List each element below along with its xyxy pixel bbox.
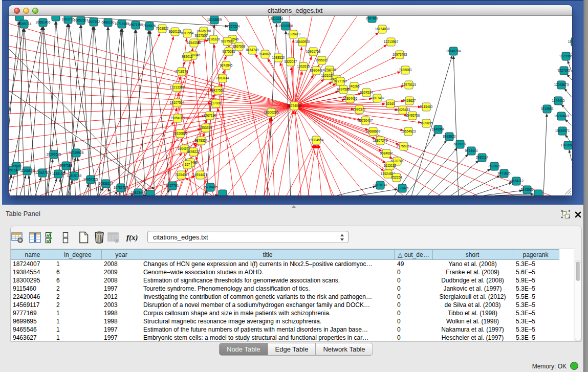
edge[interactable] [411,56,452,195]
node[interactable]: 9115460 [420,103,433,111]
node[interactable]: 17957255 [83,176,98,184]
cell[interactable]: 0 [395,309,433,317]
select-all-icon[interactable] [45,231,56,244]
network-canvas[interactable]: 7663822866012889129541522605893275051654… [9,16,572,195]
delete-table-icon[interactable] [107,231,119,244]
node[interactable]: 10719185 [115,20,129,28]
node[interactable]: 9463627 [403,97,416,105]
cell[interactable]: 6 [54,268,102,276]
cell[interactable]: 18300295 [11,276,54,285]
cell[interactable]: 1997 [102,285,141,293]
edge[interactable] [294,72,302,106]
edge[interactable] [227,106,294,195]
node[interactable] [534,190,542,195]
cell[interactable]: 2008 [102,260,141,268]
edge[interactable] [9,106,294,152]
cell[interactable]: 19384554 [11,268,54,276]
memory-status-indicator[interactable] [570,362,578,370]
node[interactable]: 8938923 [443,133,456,141]
table-row[interactable]: 1456911722003Disruption of a novel membe… [11,301,574,309]
edge[interactable] [67,27,93,195]
cell[interactable]: 5.3E–5 [512,334,559,342]
cell[interactable]: Wolkin et al. (1998) [433,317,512,325]
edge[interactable] [119,29,122,195]
cell[interactable]: 1 [54,317,102,325]
splitter-handle-icon[interactable] [292,205,296,208]
node[interactable]: 15692971 [555,127,570,135]
edge[interactable] [278,111,293,195]
node[interactable]: 16210643 [554,112,569,120]
edge[interactable] [359,189,398,196]
cell[interactable]: Franke et al. (2009) [433,268,512,276]
node[interactable]: 8912954 [181,29,194,37]
node[interactable]: 9624534 [360,89,373,97]
cell[interactable]: Estimation of significance thresholds fo… [141,276,395,285]
tab-network-table[interactable]: Network Table [316,343,372,355]
edge[interactable] [69,24,98,195]
node[interactable]: 5322037 [285,58,297,66]
node[interactable]: 7663822 [156,25,169,33]
cell[interactable]: 1998 [102,317,141,325]
node[interactable]: 6679197 [454,140,467,148]
node[interactable]: 19654923 [401,127,416,136]
cell[interactable]: 0 [395,317,433,325]
table-row[interactable]: 1872400712008Changes of HCN gene express… [11,260,574,268]
column-header-name[interactable]: name [11,249,54,260]
cell[interactable]: 2 [54,301,102,309]
node[interactable]: 19756923 [397,142,411,150]
cell[interactable]: 5.3E–5 [512,309,559,317]
cell[interactable]: 9465546 [11,325,54,334]
cell[interactable]: Stergiakouli et al. (2012) [433,293,512,301]
node[interactable]: 62160 [386,100,395,108]
cell[interactable]: 2 [54,293,102,301]
function-builder-icon[interactable]: f(x) [126,233,138,242]
node[interactable]: 8454749 [246,46,259,54]
node[interactable]: 16033809 [207,16,222,24]
cell[interactable]: 9115460 [11,285,54,293]
table-row[interactable]: 946362711997Embryonic stem cells: a mode… [11,334,574,342]
node[interactable]: 6466160 [102,18,115,27]
cell[interactable]: 5.3E–5 [512,301,559,309]
select-columns-icon[interactable] [29,231,41,244]
column-header-indegree[interactable]: in_degree [54,249,102,260]
cell[interactable]: 0 [395,285,433,293]
table-row[interactable]: 946554611997Estimation of the future num… [11,325,574,334]
cell[interactable]: 2003 [102,301,141,309]
node[interactable]: 20206515 [47,150,61,159]
node[interactable]: 117006 [211,99,222,107]
node[interactable]: 14136141 [373,181,388,189]
node[interactable]: 1244415 [552,97,565,105]
table-header-row[interactable]: namein_degreeyeartitle△ out_de…shortpage… [11,249,574,260]
edge[interactable] [215,195,218,195]
node[interactable]: 19854985 [170,114,185,122]
node[interactable] [52,16,60,21]
node[interactable]: 39154 [9,166,17,174]
cell[interactable]: 2 [54,285,102,293]
node[interactable]: 8186328 [207,35,220,43]
node[interactable]: 252254 [391,173,402,182]
node[interactable]: 9146821 [259,50,272,58]
cell[interactable]: 5.3E–5 [512,325,559,334]
node-table[interactable]: namein_degreeyeartitle△ out_de…shortpage… [11,249,574,342]
node[interactable]: 157 [183,161,191,169]
node[interactable]: 12093873 [554,81,569,89]
node[interactable]: 14914479 [193,171,208,179]
edge[interactable] [136,30,146,195]
edge[interactable] [453,56,458,195]
node[interactable]: 2087682 [366,16,379,23]
node[interactable]: 12975115 [402,81,416,89]
node[interactable]: 1145194 [52,170,65,178]
edge[interactable] [461,176,500,195]
cell[interactable]: 2012 [102,293,141,301]
edge[interactable] [294,106,301,195]
node[interactable]: 1640954 [432,125,445,134]
edge[interactable] [108,188,110,195]
edge[interactable] [286,31,290,195]
float-window-icon[interactable] [561,210,570,219]
node[interactable]: 15751074 [568,38,572,46]
edge[interactable] [543,114,547,195]
cell[interactable]: 49 [395,260,433,268]
edge[interactable] [564,89,572,97]
node[interactable]: 11325419 [286,30,300,38]
node[interactable]: 8660128 [169,28,182,36]
